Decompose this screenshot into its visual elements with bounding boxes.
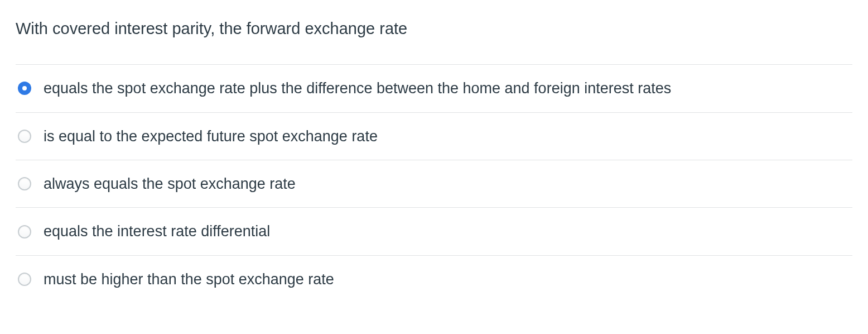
radio-icon[interactable] bbox=[18, 273, 31, 286]
option-row-3[interactable]: equals the interest rate differential bbox=[16, 208, 852, 255]
question-text: With covered interest parity, the forwar… bbox=[16, 18, 852, 40]
radio-icon[interactable] bbox=[18, 177, 31, 190]
option-row-2[interactable]: always equals the spot exchange rate bbox=[16, 160, 852, 208]
option-row-0[interactable]: equals the spot exchange rate plus the d… bbox=[16, 65, 852, 112]
option-label: equals the interest rate differential bbox=[44, 221, 270, 241]
option-label: is equal to the expected future spot exc… bbox=[44, 126, 378, 146]
radio-icon[interactable] bbox=[18, 130, 31, 143]
option-label: must be higher than the spot exchange ra… bbox=[44, 269, 334, 289]
option-row-1[interactable]: is equal to the expected future spot exc… bbox=[16, 113, 852, 160]
radio-icon[interactable] bbox=[18, 82, 31, 95]
radio-icon[interactable] bbox=[18, 225, 31, 238]
option-row-4[interactable]: must be higher than the spot exchange ra… bbox=[16, 256, 852, 303]
options-list: equals the spot exchange rate plus the d… bbox=[16, 64, 852, 303]
option-label: always equals the spot exchange rate bbox=[44, 174, 296, 194]
option-label: equals the spot exchange rate plus the d… bbox=[44, 78, 671, 98]
